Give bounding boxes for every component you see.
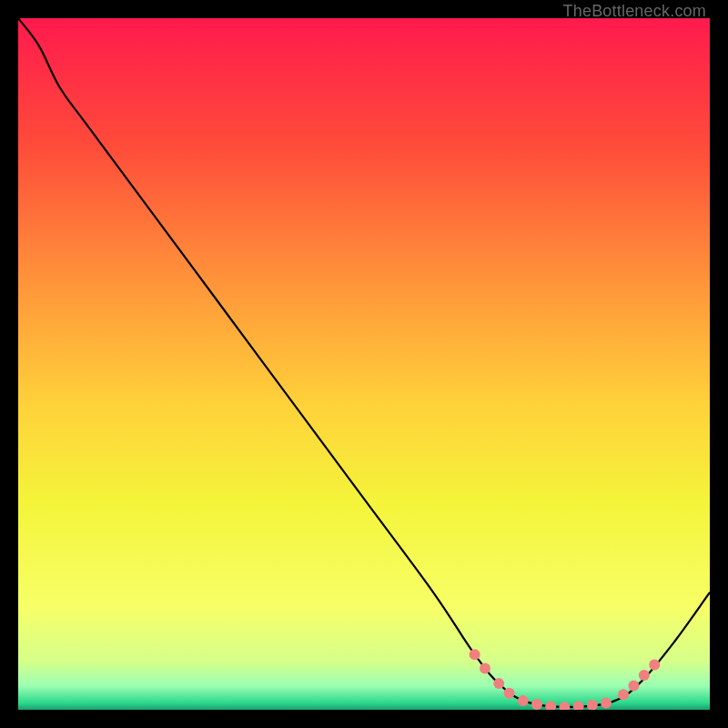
highlight-point (531, 699, 542, 710)
highlight-point (470, 649, 480, 660)
highlight-point (649, 660, 660, 671)
chart-background (18, 18, 710, 710)
highlight-point (601, 697, 612, 708)
highlight-point (628, 680, 639, 691)
bottleneck-curve-chart (18, 18, 710, 710)
highlight-point (493, 678, 504, 689)
chart-frame (18, 18, 710, 710)
highlight-point (639, 670, 650, 681)
highlight-point (518, 695, 529, 706)
highlight-point (504, 688, 515, 699)
highlight-point (480, 662, 490, 673)
highlight-point (618, 689, 629, 700)
